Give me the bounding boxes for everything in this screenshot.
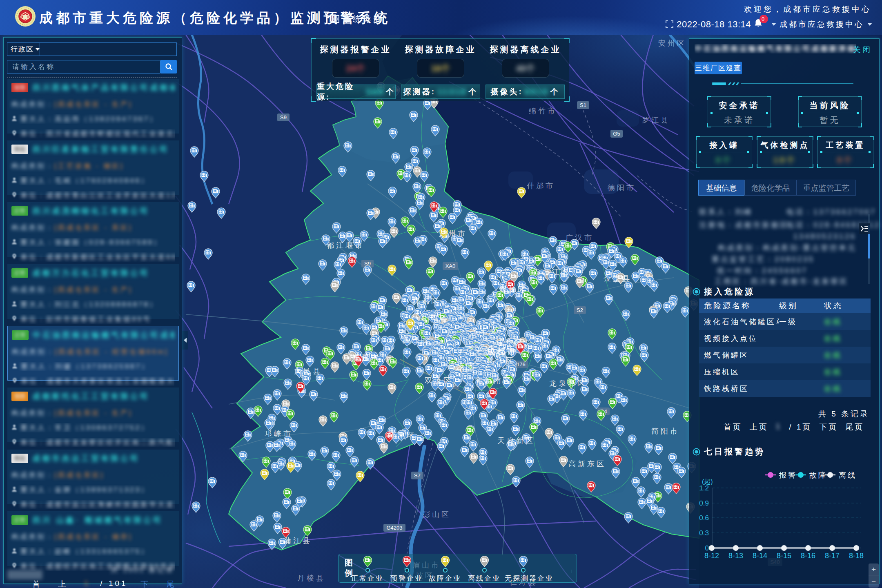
svg-text:丹棱县: 丹棱县 — [297, 574, 325, 582]
svg-text:简阳市: 简阳市 — [651, 427, 679, 435]
svg-text:S7: S7 — [414, 472, 421, 479]
svg-text:彭山区: 彭山区 — [423, 510, 451, 519]
svg-text:邛崃市: 邛崃市 — [265, 430, 293, 438]
svg-text:0.6: 0.6 — [699, 514, 709, 522]
svg-text:XA0: XA0 — [445, 263, 456, 269]
svg-text:高新南区: 高新南区 — [475, 376, 512, 385]
svg-text:8-18: 8-18 — [849, 552, 864, 560]
svg-text:青白江区: 青白江区 — [533, 268, 570, 276]
svg-text:高新西区: 高新西区 — [412, 313, 449, 321]
svg-text:蒲江县: 蒲江县 — [284, 537, 312, 545]
svg-text:报警: 报警 — [779, 471, 797, 479]
svg-text:天府新区: 天府新区 — [497, 437, 535, 445]
svg-text:德阳市: 德阳市 — [608, 184, 636, 192]
svg-text:8-17: 8-17 — [825, 552, 840, 560]
svg-text:安州区: 安州区 — [658, 39, 686, 47]
svg-text:广汉市: 广汉市 — [566, 234, 594, 242]
svg-text:温江区: 温江区 — [402, 336, 430, 344]
svg-text:176: 176 — [517, 361, 526, 368]
svg-text:8-16: 8-16 — [801, 552, 815, 560]
svg-text:金牛区: 金牛区 — [470, 328, 499, 336]
svg-text:8-15: 8-15 — [777, 552, 791, 560]
svg-text:郫都区: 郫都区 — [412, 297, 441, 305]
svg-text:锦江区: 锦江区 — [486, 356, 515, 365]
svg-text:成华区: 成华区 — [496, 339, 524, 347]
svg-text:S9: S9 — [280, 114, 287, 120]
svg-text:8-13: 8-13 — [728, 552, 743, 560]
svg-text:S2: S2 — [577, 307, 583, 313]
svg-text:G5: G5 — [613, 131, 620, 137]
svg-text:1.2: 1.2 — [699, 484, 709, 492]
svg-text:新津区: 新津区 — [388, 431, 416, 439]
svg-text:0.9: 0.9 — [699, 499, 709, 507]
svg-text:什邡市: 什邡市 — [527, 182, 555, 190]
svg-text:大邑县: 大邑县 — [294, 367, 322, 375]
svg-text:离线: 离线 — [839, 471, 857, 479]
svg-text:0: 0 — [705, 544, 709, 552]
svg-text:0.3: 0.3 — [699, 529, 709, 537]
svg-text:都江堰市: 都江堰市 — [327, 241, 364, 249]
svg-text:彭州市: 彭州市 — [439, 229, 467, 238]
svg-text:S1: S1 — [580, 102, 586, 108]
svg-text:新都区: 新都区 — [499, 285, 527, 294]
svg-text:绵竹市: 绵竹市 — [529, 107, 557, 115]
svg-text:龙泉驿区: 龙泉驿区 — [549, 379, 587, 388]
svg-text:8-12: 8-12 — [704, 552, 719, 560]
svg-text:G4203: G4203 — [386, 525, 402, 531]
svg-text:金堂县: 金堂县 — [604, 274, 632, 283]
svg-text:崇州市: 崇州市 — [352, 354, 380, 362]
svg-text:成都市: 成都市 — [486, 347, 517, 356]
svg-text:8-14: 8-14 — [753, 552, 767, 560]
svg-text:故障: 故障 — [809, 471, 827, 479]
svg-text:双流区: 双流区 — [425, 376, 453, 385]
svg-text:罗江县: 罗江县 — [642, 116, 670, 124]
svg-text:武侯区: 武侯区 — [447, 363, 475, 371]
svg-text:高新东区: 高新东区 — [568, 460, 606, 468]
